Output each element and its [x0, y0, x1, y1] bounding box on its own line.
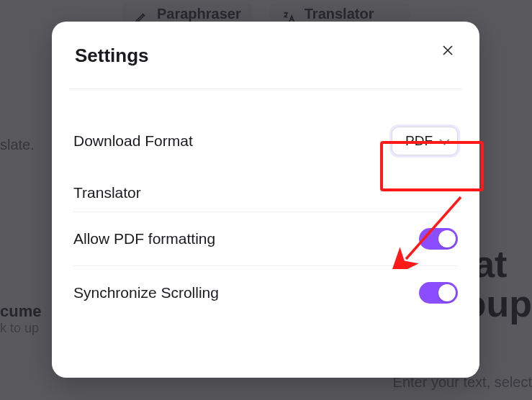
- modal-title: Settings: [75, 45, 149, 67]
- toggle-knob: [438, 284, 456, 301]
- allow-pdf-row: Allow PDF formatting: [73, 212, 458, 265]
- toggle-knob: [438, 230, 456, 247]
- close-icon: [442, 43, 454, 59]
- download-format-row: Download Format PDF: [73, 102, 458, 171]
- allow-pdf-toggle[interactable]: [419, 228, 458, 250]
- sync-scroll-toggle[interactable]: [419, 282, 458, 304]
- close-button[interactable]: [439, 40, 456, 63]
- chevron-down-icon: [439, 135, 449, 145]
- settings-modal: Settings Download Format PDF Translator …: [52, 22, 479, 378]
- allow-pdf-label: Allow PDF formatting: [73, 230, 215, 247]
- sync-scroll-label: Synchronize Scrolling: [73, 284, 219, 301]
- download-format-value: PDF: [405, 133, 433, 149]
- translator-section-title: Translator: [73, 171, 458, 212]
- download-format-label: Download Format: [73, 132, 193, 150]
- sync-scroll-row: Synchronize Scrolling: [73, 266, 458, 319]
- download-format-dropdown[interactable]: PDF: [392, 127, 458, 155]
